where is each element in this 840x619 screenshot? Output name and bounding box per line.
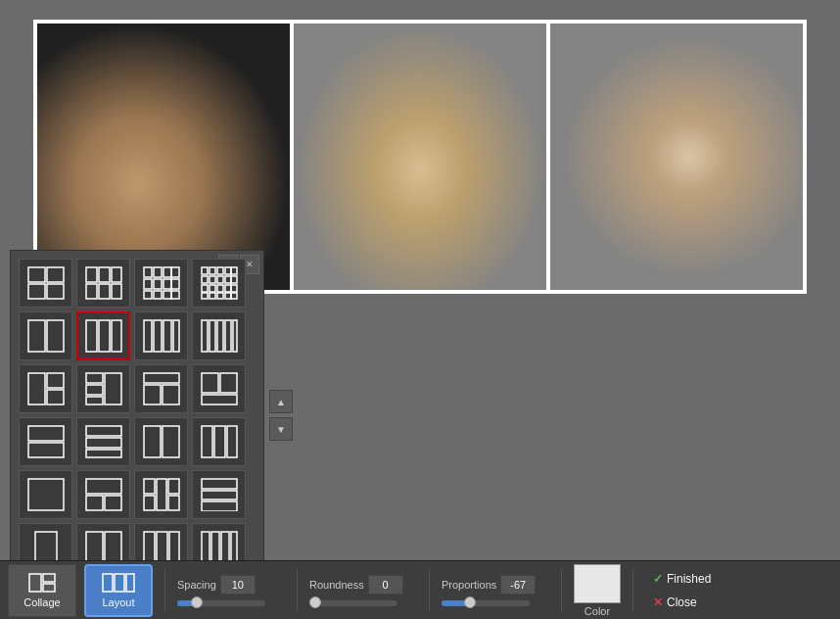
svg-rect-77 <box>214 426 225 457</box>
svg-rect-94 <box>144 532 155 563</box>
svg-rect-3 <box>47 284 64 299</box>
layout-item-9[interactable] <box>19 364 72 413</box>
svg-rect-23 <box>210 267 215 274</box>
svg-rect-11 <box>154 267 162 277</box>
layout-item-8[interactable] <box>192 311 246 360</box>
close-label: Close <box>667 595 697 609</box>
svg-rect-20 <box>163 291 171 299</box>
svg-rect-102 <box>43 574 55 582</box>
svg-rect-92 <box>86 532 103 563</box>
svg-rect-31 <box>231 276 237 283</box>
finished-button[interactable]: ✓ Finished <box>649 570 715 588</box>
layout-item-5[interactable] <box>19 311 72 360</box>
spacing-control: Spacing <box>177 575 285 606</box>
svg-rect-74 <box>144 426 161 457</box>
layout-item-3[interactable] <box>134 259 188 308</box>
separator-4 <box>561 569 562 612</box>
layout-button[interactable]: Layout <box>84 564 153 617</box>
svg-rect-6 <box>112 267 121 282</box>
svg-rect-78 <box>227 426 237 457</box>
svg-rect-18 <box>144 291 152 299</box>
roundness-slider-track[interactable] <box>309 600 397 606</box>
color-swatch[interactable] <box>574 564 621 603</box>
layout-item-11[interactable] <box>134 364 188 413</box>
layout-item-4[interactable] <box>192 259 246 308</box>
photo-3[interactable] <box>550 24 803 290</box>
svg-rect-57 <box>47 373 64 388</box>
roundness-control: Roundness <box>309 575 417 606</box>
svg-rect-34 <box>217 285 223 292</box>
layout-item-19[interactable] <box>134 470 188 519</box>
collage-button[interactable]: Collage <box>8 564 76 617</box>
svg-rect-2 <box>28 284 45 299</box>
spacing-slider-thumb[interactable] <box>191 596 203 608</box>
layout-label: Layout <box>102 596 134 608</box>
scroll-down-button[interactable]: ▼ <box>269 417 293 441</box>
layout-item-13[interactable] <box>19 417 72 466</box>
svg-rect-39 <box>217 293 223 299</box>
svg-rect-67 <box>220 373 237 393</box>
svg-rect-44 <box>86 320 97 352</box>
svg-rect-52 <box>210 320 215 352</box>
proportions-input[interactable] <box>500 575 536 595</box>
svg-rect-16 <box>163 279 171 289</box>
separator-1 <box>164 569 165 612</box>
layout-item-12[interactable] <box>192 364 246 413</box>
svg-rect-0 <box>28 267 45 282</box>
layout-item-14[interactable] <box>76 417 130 466</box>
layout-panel: 📌 ✕ <box>10 250 264 581</box>
layout-item-6[interactable] <box>76 311 130 360</box>
svg-rect-42 <box>28 320 45 352</box>
layout-item-15[interactable] <box>134 417 188 466</box>
svg-rect-93 <box>105 532 121 563</box>
svg-rect-5 <box>99 267 110 282</box>
proportions-slider-track[interactable] <box>442 600 530 606</box>
svg-rect-60 <box>86 385 103 395</box>
roundness-input[interactable] <box>368 575 403 595</box>
layout-item-17[interactable] <box>19 470 72 519</box>
svg-rect-81 <box>86 496 103 510</box>
layout-grid <box>19 259 256 572</box>
svg-rect-59 <box>86 373 103 383</box>
svg-rect-51 <box>202 320 208 352</box>
svg-rect-53 <box>217 320 223 352</box>
svg-rect-47 <box>144 320 152 352</box>
roundness-label: Roundness <box>309 579 364 591</box>
action-group: ✓ Finished ✕ Close <box>649 570 715 611</box>
spacing-input[interactable] <box>220 575 256 595</box>
svg-rect-32 <box>202 285 208 292</box>
layout-item-7[interactable] <box>134 311 188 360</box>
separator-5 <box>632 569 633 612</box>
svg-rect-61 <box>86 397 103 405</box>
layout-item-2[interactable] <box>76 259 130 308</box>
close-button[interactable]: ✕ Close <box>649 594 715 611</box>
collage-label: Collage <box>23 596 60 608</box>
spacing-slider-track[interactable] <box>177 600 265 606</box>
layout-item-18[interactable] <box>76 470 130 519</box>
proportions-slider-thumb[interactable] <box>464 596 476 608</box>
svg-rect-99 <box>221 532 229 563</box>
svg-rect-62 <box>105 373 121 405</box>
photo-2[interactable] <box>294 24 546 290</box>
svg-rect-104 <box>103 574 113 592</box>
bottom-toolbar: Collage Layout Spacing Roundness <box>0 560 840 619</box>
separator-2 <box>297 569 298 612</box>
svg-rect-58 <box>47 390 64 405</box>
scroll-up-button[interactable]: ▲ <box>269 390 293 413</box>
svg-rect-12 <box>163 267 171 277</box>
svg-rect-91 <box>35 532 57 563</box>
svg-rect-97 <box>202 532 210 563</box>
roundness-slider-thumb[interactable] <box>309 596 321 608</box>
layout-item-20[interactable] <box>192 470 246 519</box>
collage-icon <box>28 573 56 593</box>
svg-rect-103 <box>43 584 55 592</box>
svg-rect-45 <box>99 320 110 352</box>
layout-item-10[interactable] <box>76 364 130 413</box>
svg-rect-56 <box>28 373 45 405</box>
svg-rect-41 <box>231 293 237 299</box>
svg-rect-69 <box>28 426 64 441</box>
svg-rect-80 <box>86 479 121 494</box>
layout-item-1[interactable] <box>19 259 72 308</box>
layout-item-16[interactable] <box>192 417 246 466</box>
svg-rect-22 <box>202 267 208 274</box>
